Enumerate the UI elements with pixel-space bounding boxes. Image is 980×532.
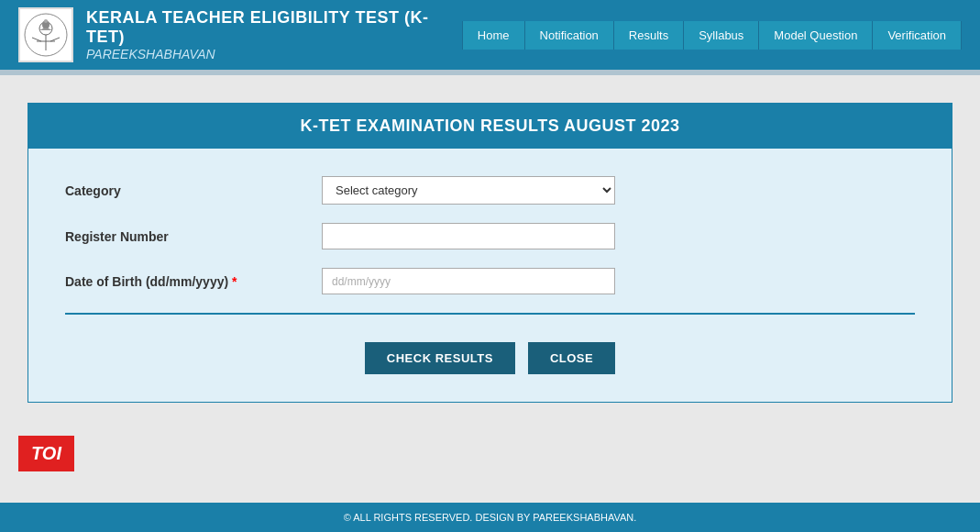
nav-model-question[interactable]: Model Question [759, 21, 873, 50]
main-content: K-TET EXAMINATION RESULTS AUGUST 2023 Ca… [0, 75, 980, 421]
svg-point-7 [44, 19, 48, 23]
category-label: Category [65, 183, 322, 198]
header: KERALA TEACHER ELIGIBILITY TEST (K-TET) … [0, 0, 980, 70]
register-label: Register Number [65, 229, 322, 244]
dob-row: Date of Birth (dd/mm/yyyy) * [65, 268, 915, 294]
card-body: Category Select category Register Number… [28, 149, 952, 402]
check-results-button[interactable]: CHECK RESULTS [365, 342, 515, 374]
svg-line-5 [50, 38, 60, 41]
main-title: KERALA TEACHER ELIGIBILITY TEST (K-TET) [86, 8, 462, 47]
navbar: Home Notification Results Syllabus Model… [462, 21, 962, 50]
nav-verification[interactable]: Verification [873, 21, 962, 50]
svg-line-4 [32, 38, 41, 41]
logo [18, 7, 73, 62]
nav-syllabus[interactable]: Syllabus [684, 21, 759, 50]
category-select[interactable]: Select category [322, 176, 615, 205]
category-row: Category Select category [65, 176, 915, 205]
register-input[interactable] [322, 223, 615, 249]
footer: © ALL RIGHTS RESERVED. DESIGN BY PAREEKS… [0, 503, 980, 532]
toi-badge: TOI [0, 421, 980, 486]
footer-text: © ALL RIGHTS RESERVED. DESIGN BY PAREEKS… [344, 512, 637, 523]
results-card: K-TET EXAMINATION RESULTS AUGUST 2023 Ca… [28, 103, 952, 403]
form-divider [65, 313, 915, 315]
sub-title: PAREEKSHABHAVAN [86, 47, 462, 61]
nav-results[interactable]: Results [614, 21, 684, 50]
dob-input[interactable] [322, 268, 615, 294]
close-button[interactable]: CLOSE [528, 342, 615, 374]
emblem-icon [23, 12, 69, 58]
register-row: Register Number [65, 223, 915, 249]
nav-notification[interactable]: Notification [525, 21, 614, 50]
nav-home[interactable]: Home [462, 21, 525, 50]
button-row: CHECK RESULTS CLOSE [65, 333, 915, 374]
header-title: KERALA TEACHER ELIGIBILITY TEST (K-TET) … [86, 8, 462, 61]
card-header: K-TET EXAMINATION RESULTS AUGUST 2023 [28, 104, 952, 149]
dob-label: Date of Birth (dd/mm/yyyy) * [65, 274, 322, 289]
toi-label: TOI [18, 436, 74, 471]
